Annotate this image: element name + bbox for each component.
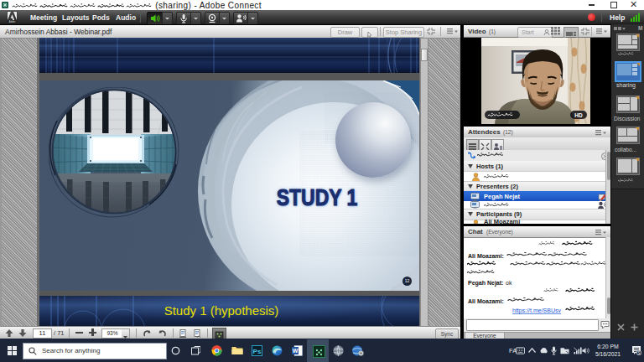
svg-text:Adobe: Adobe xyxy=(9,20,16,23)
svg-text:Pegah Nejat:: Pegah Nejat: xyxy=(468,280,503,287)
svg-text:S: S xyxy=(637,351,640,355)
svg-text:HD: HD xyxy=(574,112,583,118)
svg-text:Ali Moazami:: Ali Moazami: xyxy=(468,298,504,304)
svg-text:ok: ok xyxy=(506,280,512,286)
svg-text:https://t.me/SBUsv: https://t.me/SBUsv xyxy=(512,308,561,314)
svg-text:W: W xyxy=(293,348,299,354)
svg-text:Ali Moazami:: Ali Moazami: xyxy=(468,253,504,259)
